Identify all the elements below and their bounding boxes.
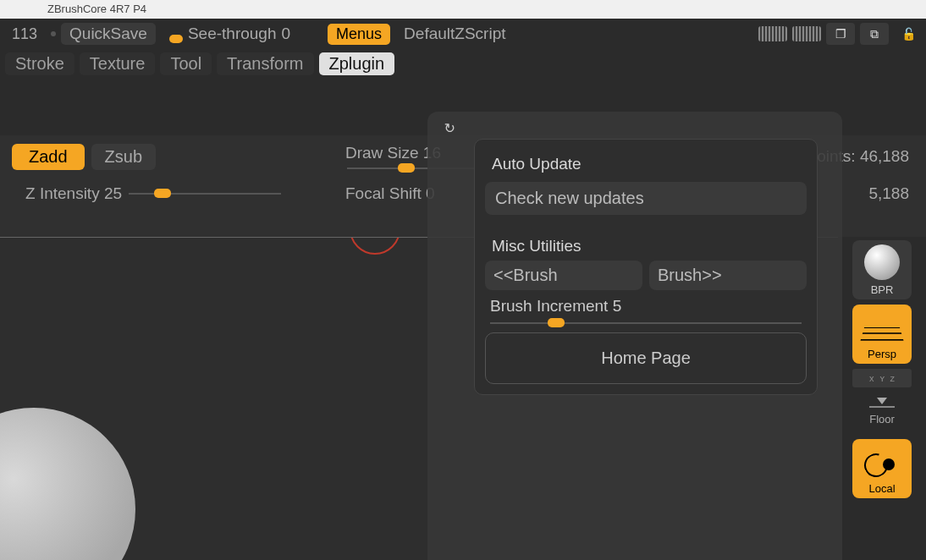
menu-tool[interactable]: Tool [160, 52, 212, 75]
layers-icon-2[interactable]: ⧉ [860, 23, 889, 45]
slider-knob-icon[interactable] [154, 189, 171, 198]
focal-shift-label: Focal Shift [345, 184, 422, 203]
quicksave-button[interactable]: QuickSave [61, 23, 156, 45]
floor-button[interactable]: Floor [869, 393, 895, 429]
floor-label: Floor [869, 409, 895, 429]
misc-utilities-section-title: Misc Utilities [485, 232, 807, 261]
local-button[interactable]: Local [852, 439, 912, 498]
draw-size-label: Draw Size [345, 144, 419, 162]
down-arrow-icon [877, 398, 887, 404]
reload-icon[interactable]: ↺ [444, 120, 455, 136]
lock-icon[interactable]: 🔓 [894, 23, 923, 45]
zsub-button[interactable]: Zsub [91, 144, 156, 170]
check-updates-button[interactable]: Check new updates [485, 182, 807, 215]
drag-handle-icon[interactable] [758, 26, 787, 41]
brush-next-button[interactable]: Brush>> [649, 261, 807, 290]
slider-knob-icon[interactable] [548, 318, 565, 327]
sculpt-object [0, 408, 135, 560]
perspective-grid-icon [859, 326, 904, 344]
brush-increment-value: 5 [613, 297, 622, 315]
menu-zplugin[interactable]: Zplugin [319, 52, 395, 75]
floor-line-icon [869, 406, 895, 408]
default-zscript-button[interactable]: DefaultZScript [395, 23, 514, 45]
drag-handle-icon[interactable] [792, 26, 821, 41]
persp-button[interactable]: Persp [852, 305, 912, 364]
home-page-button[interactable]: Home Page [485, 332, 807, 384]
z-intensity-slider[interactable]: Z Intensity 25 [25, 184, 322, 203]
active-points-value: 46,188 [860, 147, 909, 165]
right-sidebar: BPR Persp xʏz Floor Local [838, 237, 926, 560]
menu-bar: Stroke Texture Tool Transform Zplugin [0, 49, 926, 78]
auto-update-section-title: Auto Update [485, 150, 807, 178]
z-intensity-label: Z Intensity [25, 184, 100, 203]
local-label: Local [868, 482, 895, 495]
brush-increment-label: Brush Increment [490, 297, 608, 315]
counter-value: 113 [3, 24, 46, 45]
zplugin-popup: Auto Update Check new updates Misc Utili… [474, 139, 818, 395]
brush-cursor-icon [350, 237, 400, 255]
persp-label: Persp [868, 348, 896, 360]
local-orbit-icon [864, 453, 900, 480]
sphere-icon [864, 244, 900, 280]
top-toolbar: 113 QuickSave See-through 0 Menus Defaul… [0, 19, 926, 49]
brush-prev-button[interactable]: <<Brush [485, 261, 642, 290]
axis-indicator[interactable]: xʏz [852, 369, 912, 387]
menu-stroke[interactable]: Stroke [5, 52, 74, 75]
menus-toggle[interactable]: Menus [328, 24, 390, 45]
see-through-value: 0 [282, 25, 291, 43]
window-title-bar: ZBrushCore 4R7 P4 [0, 0, 926, 19]
bpr-label: BPR [871, 283, 894, 296]
brush-increment-slider[interactable]: Brush Increment 5 [485, 290, 807, 319]
see-through-label: See-through [188, 25, 277, 43]
see-through-slider[interactable]: See-through 0 [161, 23, 299, 45]
zadd-button[interactable]: Zadd [12, 144, 85, 170]
menu-texture[interactable]: Texture [80, 52, 156, 75]
slider-handle-icon [169, 35, 183, 43]
total-points-value: 5,188 [868, 184, 909, 203]
slider-knob-icon[interactable] [398, 163, 415, 173]
main-area: Zadd Zsub Z Intensity 25 Draw Size 16 Fo… [0, 78, 926, 560]
bpr-button[interactable]: BPR [852, 240, 912, 299]
layers-icon[interactable]: ❐ [826, 23, 855, 45]
dot-separator [51, 31, 56, 36]
z-intensity-value: 25 [104, 184, 122, 203]
menu-transform[interactable]: Transform [217, 52, 313, 75]
